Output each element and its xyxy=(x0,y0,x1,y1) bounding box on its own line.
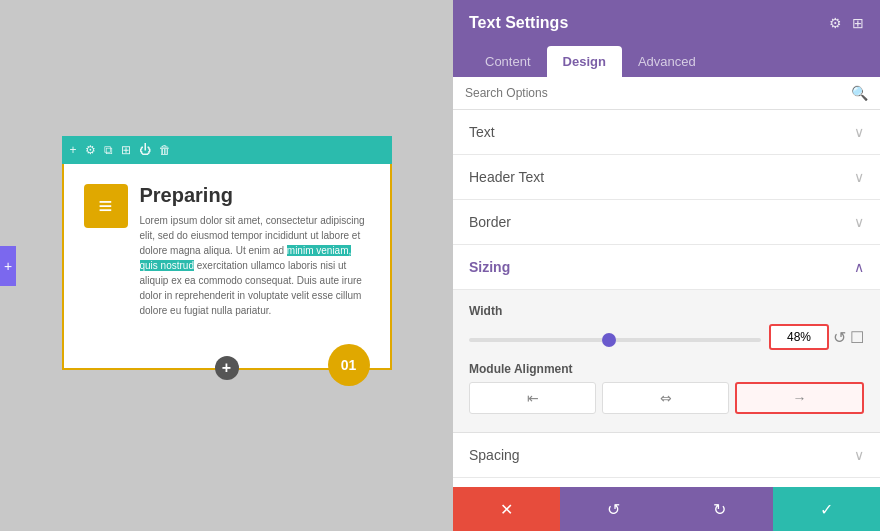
cancel-button[interactable]: ✕ xyxy=(453,487,560,531)
section-border[interactable]: Border ∨ xyxy=(453,200,880,245)
highlighted-text: minim veniam, quis nostrud xyxy=(140,245,352,271)
section-spacing-label: Spacing xyxy=(469,447,520,463)
width-input[interactable] xyxy=(769,324,829,350)
panel-footer: ✕ ↺ ↻ ✓ xyxy=(453,487,880,531)
section-text-arrow: ∨ xyxy=(854,124,864,140)
alignment-options: ⇤ ⇔ → xyxy=(469,382,864,414)
section-sizing-arrow: ∧ xyxy=(854,259,864,275)
undo-button[interactable]: ↺ xyxy=(560,487,667,531)
module-title: Preparing xyxy=(140,184,370,207)
width-control: ↺ ☐ xyxy=(469,324,864,350)
toolbar-icons: + ⚙ ⧉ ⊞ ⏻ 🗑 xyxy=(70,143,171,157)
module-decorative-icon: ≡ xyxy=(84,184,128,228)
grid-view-icon[interactable]: ⊞ xyxy=(852,15,864,31)
section-text-label: Text xyxy=(469,124,495,140)
module-body: Lorem ipsum dolor sit amet, consectetur … xyxy=(140,213,370,318)
section-header-text-arrow: ∨ xyxy=(854,169,864,185)
power-icon[interactable]: ⏻ xyxy=(139,143,151,157)
alignment-label: Module Alignment xyxy=(469,362,864,376)
section-text[interactable]: Text ∨ xyxy=(453,110,880,155)
section-border-label: Border xyxy=(469,214,511,230)
section-border-arrow: ∨ xyxy=(854,214,864,230)
section-spacing-arrow: ∨ xyxy=(854,447,864,463)
search-input[interactable] xyxy=(465,86,843,100)
tab-design[interactable]: Design xyxy=(547,46,622,77)
section-sizing-label: Sizing xyxy=(469,259,510,275)
section-animation[interactable]: Animation ∨ xyxy=(453,478,880,487)
align-center-button[interactable]: ⇔ xyxy=(602,382,729,414)
delete-icon[interactable]: 🗑 xyxy=(159,143,171,157)
save-button[interactable]: ✓ xyxy=(773,487,880,531)
panel-body: Text ∨ Header Text ∨ Border ∨ Sizing ∧ W… xyxy=(453,110,880,487)
panel-tabs: Content Design Advanced xyxy=(453,46,880,77)
align-center-icon: ⇔ xyxy=(660,390,672,406)
section-spacing[interactable]: Spacing ∨ xyxy=(453,433,880,478)
copy-icon[interactable]: ⧉ xyxy=(104,143,113,157)
module-content: ≡ Preparing Lorem ipsum dolor sit amet, … xyxy=(84,184,370,318)
settings-gear-icon[interactable]: ⚙ xyxy=(829,15,842,31)
align-right-button[interactable]: → xyxy=(735,382,864,414)
left-edge-button[interactable]: + xyxy=(0,246,16,286)
width-slider[interactable] xyxy=(469,338,761,342)
section-header-text[interactable]: Header Text ∨ xyxy=(453,155,880,200)
section-sizing[interactable]: Sizing ∧ xyxy=(453,245,880,290)
canvas-area: + + ⚙ ⧉ ⊞ ⏻ 🗑 ≡ Preparing Lorem ipsum do… xyxy=(0,0,453,531)
width-input-wrap: ↺ ☐ xyxy=(769,324,864,350)
redo-button[interactable]: ↻ xyxy=(667,487,774,531)
width-label: Width xyxy=(469,304,864,318)
alignment-field: Module Alignment ⇤ ⇔ → xyxy=(469,362,864,414)
search-bar: 🔍 xyxy=(453,77,880,110)
slider-container xyxy=(469,328,761,346)
width-field: Width ↺ ☐ xyxy=(469,304,864,350)
grid-icon[interactable]: ⊞ xyxy=(121,143,131,157)
reset-icon[interactable]: ↺ xyxy=(833,328,846,347)
panel-header-icons: ⚙ ⊞ xyxy=(829,15,864,31)
panel-header: Text Settings ⚙ ⊞ xyxy=(453,0,880,46)
module-text-block: Preparing Lorem ipsum dolor sit amet, co… xyxy=(140,184,370,318)
panel-title: Text Settings xyxy=(469,14,568,32)
sizing-content: Width ↺ ☐ Module Alignment ⇤ xyxy=(453,290,880,433)
search-icon: 🔍 xyxy=(851,85,868,101)
module-number-badge: 01 xyxy=(328,344,370,386)
align-left-icon: ⇤ xyxy=(527,390,539,406)
align-right-icon: → xyxy=(793,390,807,406)
desktop-icon[interactable]: ☐ xyxy=(850,328,864,347)
tab-advanced[interactable]: Advanced xyxy=(622,46,712,77)
tab-content[interactable]: Content xyxy=(469,46,547,77)
settings-icon[interactable]: ⚙ xyxy=(85,143,96,157)
settings-panel: Text Settings ⚙ ⊞ Content Design Advance… xyxy=(453,0,880,531)
add-module-button[interactable]: + xyxy=(215,356,239,380)
align-left-button[interactable]: ⇤ xyxy=(469,382,596,414)
add-icon[interactable]: + xyxy=(70,143,77,157)
section-header-text-label: Header Text xyxy=(469,169,544,185)
module-toolbar: + ⚙ ⧉ ⊞ ⏻ 🗑 xyxy=(62,136,392,164)
module-container: + ⚙ ⧉ ⊞ ⏻ 🗑 ≡ Preparing Lorem ipsum dolo… xyxy=(62,162,392,370)
